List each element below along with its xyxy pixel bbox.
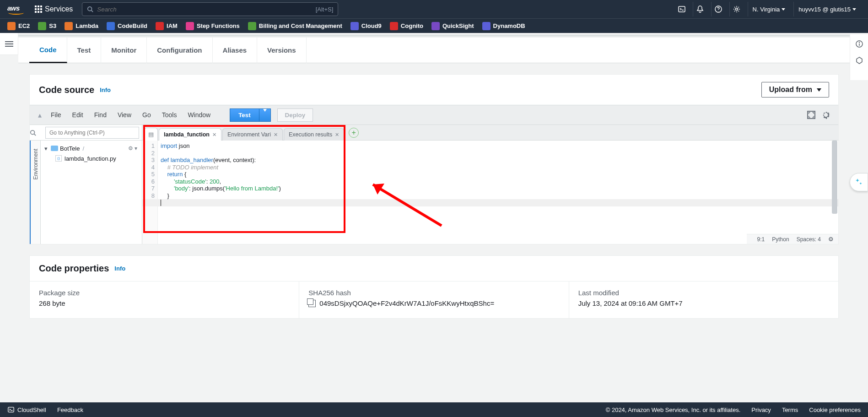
help-icon[interactable] xyxy=(711,2,726,16)
menu-tools[interactable]: Tools xyxy=(156,111,183,119)
python-file-icon: ⟨⟩ xyxy=(55,155,62,162)
ai-assistant-button[interactable] xyxy=(850,173,868,191)
chevron-down-icon xyxy=(852,8,856,11)
tab-test[interactable]: Test xyxy=(67,38,102,63)
test-button[interactable]: Test xyxy=(230,108,259,122)
environment-tab[interactable]: Environment xyxy=(30,141,41,244)
code-editor[interactable]: ▤ lambda_function✕ Environment Vari✕ Exe… xyxy=(142,125,838,244)
favorite-codebuild[interactable]: CodeBuild xyxy=(107,22,147,30)
editor-tab-lambda-function[interactable]: lambda_function✕ xyxy=(159,128,221,141)
search-input[interactable] xyxy=(97,3,333,16)
file-lambda-function[interactable]: ⟨⟩ lambda_function.py xyxy=(43,153,140,163)
cloudshell-icon xyxy=(7,406,15,413)
info-link[interactable]: Info xyxy=(100,87,111,93)
gear-icon[interactable] xyxy=(821,110,831,120)
iam-icon xyxy=(156,22,164,30)
gear-icon[interactable]: ⚙ ▾ xyxy=(128,145,137,152)
codebuild-icon xyxy=(107,22,115,30)
panel-title: Code properties xyxy=(39,263,109,274)
favorite-quicksight[interactable]: QuickSight xyxy=(431,22,474,30)
info-panel-icon[interactable] xyxy=(855,40,863,48)
favorite-cognito[interactable]: Cognito xyxy=(390,22,423,30)
favorite-iam[interactable]: IAM xyxy=(156,22,178,30)
editor-tab-exec-results[interactable]: Execution results✕ xyxy=(284,128,344,141)
menu-view[interactable]: View xyxy=(112,111,137,119)
service-favorites-bar: EC2 S3 Lambda CodeBuild IAM Step Functio… xyxy=(0,18,868,33)
editor-tabs: ▤ lambda_function✕ Environment Vari✕ Exe… xyxy=(142,125,838,141)
favorite-stepfunctions[interactable]: Step Functions xyxy=(186,22,240,30)
tab-monitor[interactable]: Monitor xyxy=(101,38,147,63)
tab-versions[interactable]: Versions xyxy=(257,38,307,63)
collapse-icon[interactable]: ▴ xyxy=(34,111,45,119)
close-icon[interactable]: ✕ xyxy=(274,132,278,138)
line-numbers: 123456789 xyxy=(142,141,158,244)
settings-icon[interactable] xyxy=(729,2,744,16)
dynamodb-icon xyxy=(482,22,491,30)
privacy-link[interactable]: Privacy xyxy=(751,406,771,413)
add-tab-button[interactable]: + xyxy=(349,128,359,138)
chevron-down-icon: ▾ xyxy=(44,145,49,152)
lambda-function-tabs: Code Test Monitor Configuration Aliases … xyxy=(18,38,850,63)
cookie-link[interactable]: Cookie preferences xyxy=(809,406,861,413)
close-icon[interactable]: ✕ xyxy=(335,132,339,138)
ec2-icon xyxy=(7,22,16,30)
terms-link[interactable]: Terms xyxy=(782,406,798,413)
prop-last-modified: Last modified July 13, 2024 at 09:16 AM … xyxy=(569,282,838,318)
side-panel-toggle[interactable] xyxy=(0,33,18,55)
svg-point-4 xyxy=(736,8,738,11)
search-icon xyxy=(87,6,93,12)
tab-code[interactable]: Code xyxy=(29,38,67,63)
s3-icon xyxy=(38,22,46,30)
info-link[interactable]: Info xyxy=(114,265,125,272)
code-properties-panel: Code properties Info Package size 268 by… xyxy=(29,255,839,319)
services-menu-button[interactable]: Services xyxy=(31,3,76,15)
folder-icon xyxy=(51,146,58,151)
right-side-dock xyxy=(850,34,868,80)
cloudshell-icon[interactable] xyxy=(674,2,689,16)
quicksight-icon xyxy=(431,22,440,30)
folder-root[interactable]: ▾ BotTele/ ⚙ ▾ xyxy=(43,143,140,153)
tab-aliases[interactable]: Aliases xyxy=(213,38,258,63)
global-search[interactable]: [Alt+S] xyxy=(82,2,338,16)
favorite-billing[interactable]: Billing and Cost Management xyxy=(248,22,342,30)
favorite-ec2[interactable]: EC2 xyxy=(7,22,30,30)
menu-go[interactable]: Go xyxy=(137,111,156,119)
tab-configuration[interactable]: Configuration xyxy=(147,38,212,63)
file-explorer: Environment ▾ BotTele/ ⚙ ▾ ⟨⟩ lambda_fun… xyxy=(30,125,142,244)
feedback-button[interactable]: Feedback xyxy=(57,406,83,413)
favorite-cloud9[interactable]: Cloud9 xyxy=(350,22,382,30)
code-content[interactable]: import json def lambda_handler(event, co… xyxy=(158,141,838,244)
search-icon[interactable] xyxy=(30,130,45,136)
go-to-anything-input[interactable] xyxy=(45,127,139,139)
editor-tab-env-vars[interactable]: Environment Vari✕ xyxy=(222,128,283,141)
tab-welcome-icon[interactable]: ▤ xyxy=(144,128,158,141)
search-shortcut-hint: [Alt+S] xyxy=(316,6,334,13)
ide-toolbar: ▴ File Edit Find View Go Tools Window Te… xyxy=(30,105,838,125)
panel-title: Code source xyxy=(39,85,94,95)
stepfunctions-icon xyxy=(186,22,194,30)
layers-panel-icon[interactable] xyxy=(855,56,863,65)
prop-package-size: Package size 268 byte xyxy=(30,282,299,318)
services-label: Services xyxy=(45,5,73,13)
favorite-lambda[interactable]: Lambda xyxy=(65,22,98,30)
aws-logo[interactable]: aws xyxy=(7,4,24,15)
svg-point-7 xyxy=(859,42,859,43)
region-selector[interactable]: N. Virginia xyxy=(748,2,790,16)
top-navigation: aws Services [Alt+S] N. Virginia huyvv15… xyxy=(0,0,868,18)
menu-window[interactable]: Window xyxy=(182,111,216,119)
menu-file[interactable]: File xyxy=(45,111,67,119)
favorite-s3[interactable]: S3 xyxy=(38,22,56,30)
close-icon[interactable]: ✕ xyxy=(212,132,216,138)
test-dropdown-button[interactable] xyxy=(259,108,271,122)
menu-edit[interactable]: Edit xyxy=(67,111,89,119)
favorite-dynamodb[interactable]: DynamoDB xyxy=(482,22,525,30)
notifications-icon[interactable] xyxy=(693,2,707,16)
copyright-text: © 2024, Amazon Web Services, Inc. or its… xyxy=(606,406,741,413)
copy-icon[interactable] xyxy=(308,300,316,307)
upload-from-button[interactable]: Upload from xyxy=(761,82,829,97)
fullscreen-icon[interactable] xyxy=(807,111,815,119)
cloudshell-button[interactable]: CloudShell xyxy=(7,406,46,413)
ide-body: Environment ▾ BotTele/ ⚙ ▾ ⟨⟩ lambda_fun… xyxy=(30,125,838,244)
account-menu[interactable]: huyvv15 @ glutis15 xyxy=(793,2,861,16)
menu-find[interactable]: Find xyxy=(89,111,112,119)
